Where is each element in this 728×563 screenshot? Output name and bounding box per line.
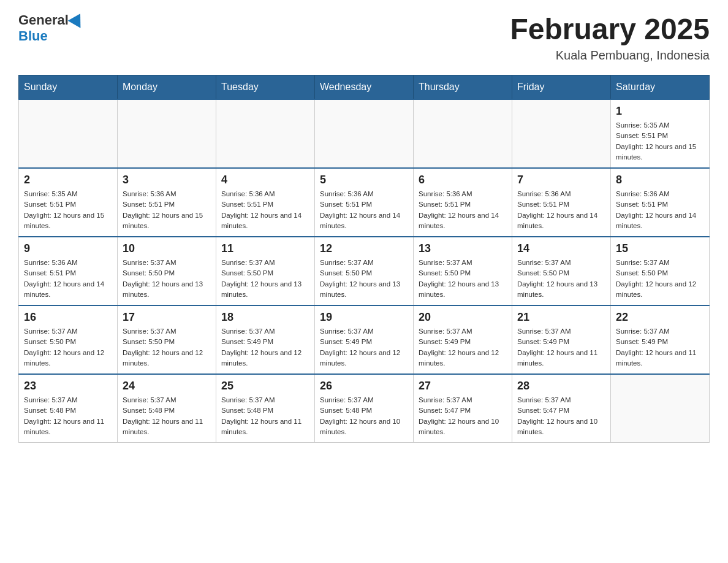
day-info: Sunrise: 5:37 AMSunset: 5:47 PMDaylight:… [517, 395, 605, 437]
day-cell: 12Sunrise: 5:37 AMSunset: 5:50 PMDayligh… [315, 237, 414, 305]
day-number: 18 [221, 311, 309, 324]
logo-triangle-icon [68, 10, 87, 28]
day-cell: 28Sunrise: 5:37 AMSunset: 5:47 PMDayligh… [512, 374, 611, 443]
logo: General Blue [18, 12, 85, 44]
day-cell: 1Sunrise: 5:35 AMSunset: 5:51 PMDaylight… [611, 99, 710, 168]
day-number: 6 [419, 174, 507, 186]
day-cell: 20Sunrise: 5:37 AMSunset: 5:49 PMDayligh… [414, 305, 512, 374]
day-info: Sunrise: 5:36 AMSunset: 5:51 PMDaylight:… [24, 258, 112, 300]
day-cell: 14Sunrise: 5:37 AMSunset: 5:50 PMDayligh… [512, 237, 611, 305]
day-cell: 24Sunrise: 5:37 AMSunset: 5:48 PMDayligh… [118, 374, 216, 443]
day-info: Sunrise: 5:36 AMSunset: 5:51 PMDaylight:… [123, 189, 211, 231]
day-cell [315, 99, 414, 168]
day-cell: 19Sunrise: 5:37 AMSunset: 5:49 PMDayligh… [315, 305, 414, 374]
day-number: 27 [419, 380, 507, 393]
day-cell [118, 99, 216, 168]
day-info: Sunrise: 5:35 AMSunset: 5:51 PMDaylight:… [24, 189, 112, 231]
weekday-header-row: Sunday Monday Tuesday Wednesday Thursday… [19, 75, 710, 100]
day-info: Sunrise: 5:37 AMSunset: 5:50 PMDaylight:… [616, 258, 704, 300]
day-info: Sunrise: 5:37 AMSunset: 5:48 PMDaylight:… [320, 395, 408, 437]
day-cell: 21Sunrise: 5:37 AMSunset: 5:49 PMDayligh… [512, 305, 611, 374]
day-cell [414, 99, 512, 168]
day-info: Sunrise: 5:37 AMSunset: 5:50 PMDaylight:… [221, 258, 309, 300]
day-info: Sunrise: 5:37 AMSunset: 5:50 PMDaylight:… [517, 258, 605, 300]
day-cell [611, 374, 710, 443]
day-number: 19 [320, 311, 408, 324]
day-cell: 9Sunrise: 5:36 AMSunset: 5:51 PMDaylight… [19, 237, 118, 305]
day-info: Sunrise: 5:36 AMSunset: 5:51 PMDaylight:… [320, 189, 408, 231]
day-cell: 13Sunrise: 5:37 AMSunset: 5:50 PMDayligh… [414, 237, 512, 305]
header-monday: Monday [118, 75, 216, 100]
day-cell: 25Sunrise: 5:37 AMSunset: 5:48 PMDayligh… [216, 374, 315, 443]
day-info: Sunrise: 5:37 AMSunset: 5:49 PMDaylight:… [419, 326, 507, 369]
logo-general-text: General [18, 12, 69, 28]
day-number: 28 [517, 380, 605, 393]
day-info: Sunrise: 5:37 AMSunset: 5:50 PMDaylight:… [123, 326, 211, 369]
logo-blue-text: Blue [18, 28, 85, 44]
week-row-5: 23Sunrise: 5:37 AMSunset: 5:48 PMDayligh… [19, 374, 710, 443]
day-number: 14 [517, 242, 605, 255]
day-cell: 7Sunrise: 5:36 AMSunset: 5:51 PMDaylight… [512, 168, 611, 237]
day-info: Sunrise: 5:37 AMSunset: 5:49 PMDaylight:… [517, 326, 605, 369]
header-wednesday: Wednesday [315, 75, 414, 100]
day-info: Sunrise: 5:36 AMSunset: 5:51 PMDaylight:… [517, 189, 605, 231]
week-row-1: 1Sunrise: 5:35 AMSunset: 5:51 PMDaylight… [19, 99, 710, 168]
day-number: 25 [221, 380, 309, 393]
day-number: 5 [320, 174, 408, 186]
day-number: 22 [616, 311, 704, 324]
day-number: 16 [24, 311, 112, 324]
day-cell: 16Sunrise: 5:37 AMSunset: 5:50 PMDayligh… [19, 305, 118, 374]
header-saturday: Saturday [611, 75, 710, 100]
day-info: Sunrise: 5:36 AMSunset: 5:51 PMDaylight:… [616, 189, 704, 231]
day-number: 7 [517, 174, 605, 186]
day-cell: 6Sunrise: 5:36 AMSunset: 5:51 PMDaylight… [414, 168, 512, 237]
day-number: 13 [419, 242, 507, 255]
day-cell: 23Sunrise: 5:37 AMSunset: 5:48 PMDayligh… [19, 374, 118, 443]
day-cell: 17Sunrise: 5:37 AMSunset: 5:50 PMDayligh… [118, 305, 216, 374]
week-row-3: 9Sunrise: 5:36 AMSunset: 5:51 PMDaylight… [19, 237, 710, 305]
header-tuesday: Tuesday [216, 75, 315, 100]
day-cell: 4Sunrise: 5:36 AMSunset: 5:51 PMDaylight… [216, 168, 315, 237]
day-number: 3 [123, 174, 211, 186]
day-info: Sunrise: 5:37 AMSunset: 5:49 PMDaylight:… [221, 326, 309, 369]
day-info: Sunrise: 5:35 AMSunset: 5:51 PMDaylight:… [616, 120, 704, 163]
header-thursday: Thursday [414, 75, 512, 100]
day-number: 26 [320, 380, 408, 393]
day-number: 24 [123, 380, 211, 393]
day-info: Sunrise: 5:37 AMSunset: 5:50 PMDaylight:… [24, 326, 112, 369]
day-cell: 18Sunrise: 5:37 AMSunset: 5:49 PMDayligh… [216, 305, 315, 374]
page-header: General Blue February 2025 Kuala Pembuan… [18, 12, 710, 63]
day-number: 1 [616, 105, 704, 118]
location-subtitle: Kuala Pembuang, Indonesia [510, 48, 710, 63]
day-number: 15 [616, 242, 704, 255]
day-cell: 8Sunrise: 5:36 AMSunset: 5:51 PMDaylight… [611, 168, 710, 237]
month-title: February 2025 [510, 12, 710, 46]
day-cell: 2Sunrise: 5:35 AMSunset: 5:51 PMDaylight… [19, 168, 118, 237]
day-cell [216, 99, 315, 168]
week-row-2: 2Sunrise: 5:35 AMSunset: 5:51 PMDaylight… [19, 168, 710, 237]
day-cell: 5Sunrise: 5:36 AMSunset: 5:51 PMDaylight… [315, 168, 414, 237]
day-info: Sunrise: 5:36 AMSunset: 5:51 PMDaylight:… [419, 189, 507, 231]
title-area: February 2025 Kuala Pembuang, Indonesia [510, 12, 710, 63]
day-info: Sunrise: 5:37 AMSunset: 5:50 PMDaylight:… [123, 258, 211, 300]
day-cell: 15Sunrise: 5:37 AMSunset: 5:50 PMDayligh… [611, 237, 710, 305]
day-info: Sunrise: 5:37 AMSunset: 5:49 PMDaylight:… [320, 326, 408, 369]
calendar-table: Sunday Monday Tuesday Wednesday Thursday… [18, 75, 710, 443]
day-info: Sunrise: 5:36 AMSunset: 5:51 PMDaylight:… [221, 189, 309, 231]
day-number: 23 [24, 380, 112, 393]
day-number: 17 [123, 311, 211, 324]
day-number: 4 [221, 174, 309, 186]
day-cell: 11Sunrise: 5:37 AMSunset: 5:50 PMDayligh… [216, 237, 315, 305]
day-cell: 10Sunrise: 5:37 AMSunset: 5:50 PMDayligh… [118, 237, 216, 305]
day-number: 2 [24, 174, 112, 186]
day-info: Sunrise: 5:37 AMSunset: 5:49 PMDaylight:… [616, 326, 704, 369]
day-info: Sunrise: 5:37 AMSunset: 5:47 PMDaylight:… [419, 395, 507, 437]
day-info: Sunrise: 5:37 AMSunset: 5:50 PMDaylight:… [320, 258, 408, 300]
day-info: Sunrise: 5:37 AMSunset: 5:48 PMDaylight:… [24, 395, 112, 437]
day-info: Sunrise: 5:37 AMSunset: 5:50 PMDaylight:… [419, 258, 507, 300]
day-number: 10 [123, 242, 211, 255]
header-sunday: Sunday [19, 75, 118, 100]
week-row-4: 16Sunrise: 5:37 AMSunset: 5:50 PMDayligh… [19, 305, 710, 374]
day-number: 11 [221, 242, 309, 255]
day-cell: 22Sunrise: 5:37 AMSunset: 5:49 PMDayligh… [611, 305, 710, 374]
